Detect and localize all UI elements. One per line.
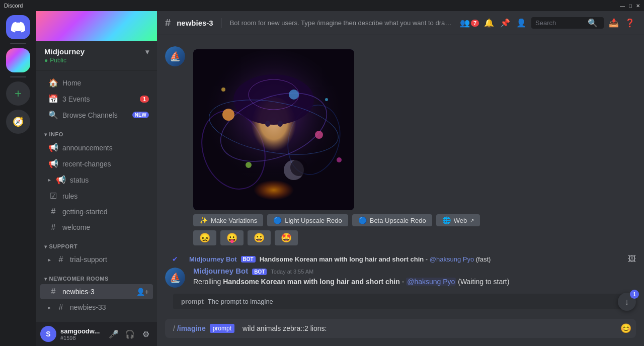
midjourney-avatar: ⛵ [165, 46, 185, 66]
browse-icon: 🔍 [48, 110, 58, 120]
header-divider [221, 18, 222, 28]
inbox-button[interactable]: 📥 [608, 17, 620, 29]
sidebar-channel-recent-changes[interactable]: 📢 recent-changes [40, 156, 153, 171]
sidebar-item-home[interactable]: 🏠 Home [40, 75, 153, 91]
reaction-btn-star-eyes[interactable]: 🤩 [275, 230, 298, 245]
command-name: /imagine [177, 319, 210, 338]
rules-icon: ☑ [48, 191, 58, 201]
add-server-button[interactable]: + [6, 81, 30, 106]
prompt-text: The prompt to imagine [208, 298, 273, 305]
header-actions: 👥 7 🔔 📌 👤 🔍 📥 ❓ [460, 17, 636, 29]
events-badge: 1 [140, 96, 149, 103]
server-status: ● Public [44, 57, 149, 64]
prompt-bar: prompt The prompt to imagine [173, 294, 628, 309]
bot-avatar-image: ⛵ [165, 46, 185, 66]
svg-point-18 [337, 157, 342, 162]
channel-sidebar: Midjourney ▾ ● Public 🏠 Home 📅 3 Events … [36, 11, 157, 346]
check-icon: ✔ [172, 255, 178, 263]
search-icon: 🔍 [588, 18, 598, 28]
input-area: / /imagine prompt 😊 [157, 319, 644, 346]
category-newcomer-rooms[interactable]: ▾ NEWCOMER ROOMS [36, 268, 157, 284]
status-icon: 📢 [56, 175, 66, 185]
sidebar-item-events[interactable]: 📅 3 Events 1 [40, 91, 153, 107]
user-area: S samgoodw... #1598 🎤 🎧 ⚙ [36, 322, 157, 346]
web-button[interactable]: 🌐 Web ↗ [436, 214, 480, 226]
minimize-button[interactable]: — [620, 3, 625, 9]
browse-badge-new: NEW [132, 112, 149, 118]
svg-point-12 [246, 162, 252, 168]
sidebar-channel-status[interactable]: ▸ 📢 status [40, 172, 153, 188]
message-input-box: / /imagine prompt 😊 [165, 319, 636, 338]
user-info: samgoodw... #1598 [60, 327, 103, 341]
close-button[interactable]: ✕ [636, 3, 640, 9]
ai-image-attachment[interactable] [193, 49, 354, 210]
notification-bell-button[interactable]: 🔔 [483, 17, 495, 29]
ai-image-inner [193, 49, 354, 210]
sidebar-channel-newbies-3[interactable]: # newbies-3 👤+ [40, 284, 153, 299]
channel-name: newbies-3 [177, 19, 213, 27]
bot-author-name[interactable]: Midjourney Bot [193, 267, 248, 275]
ai-generated-image [193, 49, 354, 210]
reaction-btn-tired[interactable]: 😖 [193, 230, 216, 245]
server-name[interactable]: Midjourney ▾ [44, 47, 149, 56]
add-member-icon[interactable]: 👤+ [136, 288, 149, 296]
category-info[interactable]: ▾ INFO [36, 123, 157, 139]
server-separator [10, 43, 26, 44]
server-sidebar: + 🧭 [0, 11, 36, 346]
newbies-3-icon: # [48, 287, 58, 296]
image-icon-button[interactable]: 🖼 [628, 254, 636, 264]
search-input[interactable] [535, 19, 586, 27]
members-list-button[interactable]: 👤 [515, 17, 527, 29]
svg-point-9 [222, 109, 234, 121]
recent-changes-icon: 📢 [48, 159, 58, 168]
emoji-picker-button[interactable]: 😊 [620, 322, 632, 334]
pin-button[interactable]: 📌 [499, 17, 511, 29]
channel-header: # newbies-3 Bot room for new users. Type… [157, 11, 644, 35]
app-layout: + 🧭 Midjourney ▾ ● Public 🏠 Home 📅 3 Eve… [0, 11, 644, 346]
explore-servers-button[interactable]: 🧭 [6, 110, 30, 134]
server-icon-midjourney[interactable] [6, 48, 30, 72]
prompt-input-label: prompt [210, 324, 234, 333]
svg-point-17 [325, 98, 328, 101]
bot-badge-inline: BOT [241, 256, 256, 263]
make-variations-button[interactable]: ✨ Make Variations [193, 214, 263, 226]
sidebar-item-browse-channels[interactable]: 🔍 Browse Channels NEW [40, 107, 153, 123]
online-icon: ● [44, 57, 48, 64]
maximize-button[interactable]: □ [629, 3, 632, 9]
svg-point-11 [289, 90, 299, 100]
sidebar-channel-announcements[interactable]: 📢 announcements [40, 140, 153, 155]
members-icon: 👥 [460, 18, 470, 28]
settings-button[interactable]: ⚙ [139, 327, 153, 341]
sidebar-channel-getting-started[interactable]: # rules getting-started [40, 204, 153, 219]
web-icon: 🌐 [442, 216, 451, 224]
sidebar-channel-rules[interactable]: ☑ rules [40, 188, 153, 204]
headphones-button[interactable]: 🎧 [123, 327, 137, 341]
message-input[interactable] [243, 319, 616, 338]
beta-upscale-redo-button[interactable]: 🔵 Beta Upscale Redo [352, 214, 432, 226]
message-group-bot: ⛵ Midjourney Bot BOT Today at 3:55 AM Re… [157, 265, 644, 290]
reaction-btn-tongue[interactable]: 😛 [220, 230, 244, 245]
sidebar-channel-welcome[interactable]: # welcome [40, 220, 153, 235]
search-bar[interactable]: 🔍 [531, 17, 604, 29]
reaction-btn-happy[interactable]: 😀 [248, 230, 271, 245]
message-content-image: ✨ Make Variations 🔵 Light Upscale Redo 🔵… [193, 45, 636, 245]
scroll-to-bottom-button[interactable]: ↓ 1 [618, 293, 636, 311]
sidebar-channel-newbies-33[interactable]: ▸ # newbies-33 [40, 300, 153, 315]
inline-prompt-text: Handsome Korean man with long hair and s… [260, 255, 491, 263]
member-count-button[interactable]: 👥 7 [460, 17, 479, 29]
light-upscale-redo-button[interactable]: 🔵 Light Upscale Redo [267, 214, 348, 226]
microphone-button[interactable]: 🎤 [107, 327, 121, 341]
events-icon: 📅 [48, 94, 58, 104]
inline-fast: (fast) [476, 255, 491, 263]
help-button[interactable]: ❓ [624, 17, 636, 29]
server-icon-discord[interactable] [6, 15, 30, 39]
sidebar-channel-trial-support[interactable]: ▸ # trial-support [40, 252, 153, 267]
ai-face-svg [193, 49, 354, 210]
sidebar-header: Midjourney ▾ ● Public [36, 41, 157, 70]
slash-icon: / [173, 319, 177, 338]
external-link-icon: ↗ [470, 218, 474, 223]
user-controls: 🎤 🎧 ⚙ [107, 327, 153, 341]
trial-support-arrow-icon: ▸ [48, 257, 51, 263]
window-controls[interactable]: — □ ✕ [620, 3, 640, 9]
category-support[interactable]: ▾ SUPPORT [36, 235, 157, 251]
